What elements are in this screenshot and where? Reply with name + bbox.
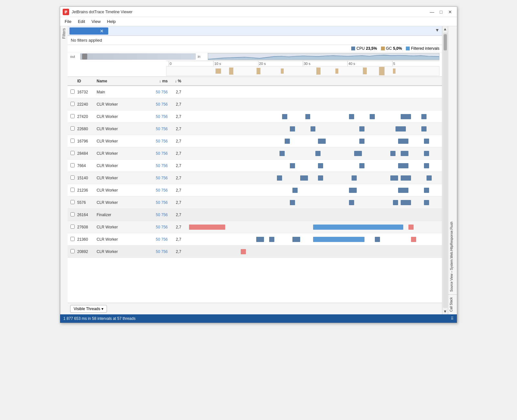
thread-checkbox[interactable] <box>70 249 75 253</box>
visible-threads-button[interactable]: Visible Threads ▾ <box>70 305 107 313</box>
timeline-bar <box>305 114 311 119</box>
menu-help[interactable]: Help <box>104 18 119 25</box>
th-pct[interactable]: ↓ % <box>168 79 184 83</box>
timeline-bar <box>311 126 316 131</box>
bottom-bar: Visible Threads ▾ <box>68 303 442 314</box>
scroll-down-button[interactable]: ▼ <box>443 309 448 314</box>
menu-edit[interactable]: Edit <box>75 18 88 25</box>
timeline-bar <box>269 237 274 242</box>
thread-row[interactable]: 21360 CLR Worker 50 756 2,7 <box>68 233 442 246</box>
thread-timeline <box>184 186 442 195</box>
thread-name: CLR Worker <box>97 151 142 156</box>
timeline-bar <box>393 200 398 205</box>
thread-checkbox[interactable] <box>70 225 75 229</box>
thread-row[interactable]: 22680 CLR Worker 50 756 2,7 <box>68 123 442 135</box>
thread-id: 27608 <box>77 225 97 229</box>
thread-row[interactable]: 5576 CLR Worker 50 756 2,7 <box>68 196 442 209</box>
thread-checkbox[interactable] <box>70 212 75 216</box>
timeline-bar <box>375 237 380 242</box>
thread-row[interactable]: 27608 CLR Worker 50 756 2,7 <box>68 221 442 233</box>
thread-row[interactable]: 7664 CLR Worker 50 756 2,7 <box>68 160 442 172</box>
thread-pct: 2,7 <box>168 114 184 119</box>
window-controls: — □ ✕ <box>428 8 454 16</box>
thread-list-wrap[interactable]: ID Name ↓ ms ↓ % 16732 Main 50 756 2,7 2… <box>68 77 442 303</box>
thread-checkbox-wrap <box>68 139 77 144</box>
legend-cpu: CPU 23,5% <box>351 46 377 51</box>
thread-timeline <box>184 223 442 232</box>
no-filters-label: No filters applied <box>68 36 442 45</box>
thread-checkbox[interactable] <box>70 126 75 131</box>
scrollbar-track[interactable] <box>443 33 448 308</box>
thread-name: CLR Worker <box>97 176 142 180</box>
thread-name: CLR Worker <box>97 188 142 193</box>
thread-checkbox[interactable] <box>70 139 75 143</box>
thread-timeline <box>184 149 442 158</box>
thread-checkbox[interactable] <box>70 188 75 192</box>
thread-row[interactable]: 20892 CLR Worker 50 756 2,7 <box>68 246 442 258</box>
thread-row[interactable]: 22240 CLR Worker 50 756 2,7 <box>68 98 442 110</box>
minimize-button[interactable]: — <box>428 8 436 16</box>
scrollbar-thumb[interactable] <box>444 34 447 50</box>
timeline-bar <box>290 126 295 131</box>
ruler-mark-40: 40 s <box>347 61 392 66</box>
call-stack-label[interactable]: Call Stack <box>448 295 457 314</box>
filter-input[interactable] <box>69 29 99 33</box>
timeline-bar <box>354 151 362 156</box>
thread-id: 15140 <box>77 176 97 180</box>
thread-checkbox[interactable] <box>70 89 75 94</box>
thread-checkbox[interactable] <box>70 151 75 155</box>
thread-pct: 2,7 <box>168 249 184 254</box>
filter-close-button[interactable]: ✕ <box>99 28 105 34</box>
thread-checkbox-wrap <box>68 102 77 107</box>
thread-checkbox[interactable] <box>70 102 75 106</box>
timeline-bar <box>352 175 357 181</box>
scroll-up-button[interactable]: ▲ <box>443 26 448 32</box>
thread-row[interactable]: 28484 CLR Worker 50 756 2,7 <box>68 147 442 160</box>
nav-out-label: out <box>70 55 78 58</box>
thread-pct: 2,7 <box>168 163 184 168</box>
thread-checkbox[interactable] <box>70 114 75 118</box>
thread-name: CLR Worker <box>97 200 142 205</box>
filter-dropdown[interactable]: ▼ <box>435 27 439 33</box>
timeline-bar <box>241 249 246 254</box>
nav-thumb-handle[interactable] <box>82 54 87 59</box>
thread-row[interactable]: 16796 CLR Worker 50 756 2,7 <box>68 135 442 147</box>
thread-row[interactable]: 27420 CLR Worker 50 756 2,7 <box>68 110 442 123</box>
thread-checkbox[interactable] <box>70 163 75 167</box>
overview-panel: CPU 23,5% GC 5,0% Filtered intervals <box>68 45 442 77</box>
thread-checkbox[interactable] <box>70 175 75 180</box>
timeline-bar <box>349 188 357 193</box>
thread-row[interactable]: 26164 Finalizer 50 756 2,7 <box>68 209 442 221</box>
thread-ms: 50 756 <box>142 139 168 143</box>
nav-thumb[interactable] <box>80 53 196 60</box>
maximize-button[interactable]: □ <box>437 8 445 16</box>
menu-view[interactable]: View <box>88 18 104 25</box>
thread-row[interactable]: 16732 Main 50 756 2,7 <box>68 86 442 98</box>
source-view-label[interactable]: Source View – System.Web.HttpResponse.Fl… <box>448 26 457 294</box>
timeline-bar <box>427 175 432 181</box>
thread-checkbox-wrap <box>68 89 77 95</box>
th-id[interactable]: ID <box>77 79 97 83</box>
svg-rect-2 <box>65 12 67 12</box>
thread-row[interactable]: 15140 CLR Worker 50 756 2,7 <box>68 172 442 184</box>
th-name[interactable]: Name <box>97 79 142 83</box>
thread-timeline <box>184 100 442 109</box>
menu-bar: File Edit View Help <box>60 17 457 26</box>
thread-row[interactable]: 21236 CLR Worker 50 756 2,7 <box>68 184 442 196</box>
menu-file[interactable]: File <box>61 18 75 25</box>
close-button[interactable]: ✕ <box>446 8 454 16</box>
thread-id: 20892 <box>77 249 97 254</box>
thread-timeline <box>184 247 442 256</box>
timeline-bar <box>280 151 285 156</box>
timeline-bar <box>390 175 398 181</box>
thread-checkbox-wrap <box>68 237 77 242</box>
thread-checkbox[interactable] <box>70 200 75 204</box>
timeline-bar <box>396 126 406 131</box>
timeline-bar <box>313 237 365 242</box>
th-ms[interactable]: ↓ ms <box>142 79 168 83</box>
filters-sidebar: Filters <box>60 26 68 314</box>
thread-checkbox[interactable] <box>70 237 75 241</box>
legend-gc: GC 5,0% <box>381 46 402 51</box>
thread-id: 27420 <box>77 114 97 119</box>
thread-name: CLR Worker <box>97 249 142 254</box>
